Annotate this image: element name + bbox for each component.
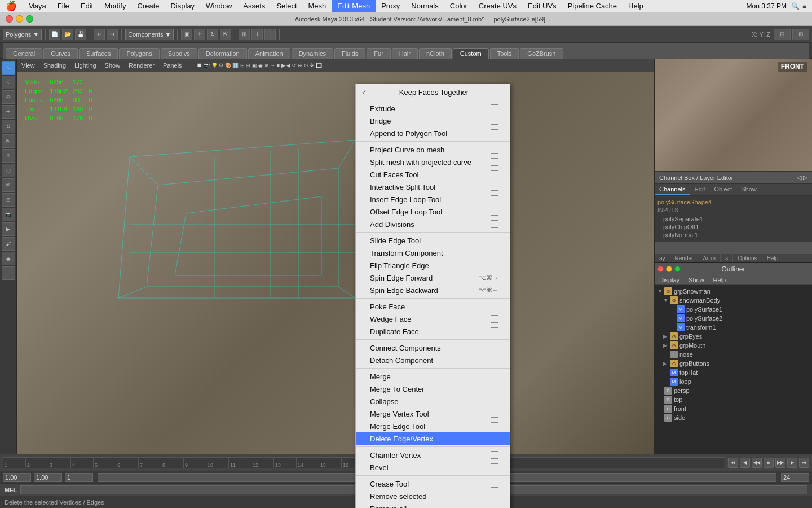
tab-polygons[interactable]: Polygons [119, 48, 159, 59]
transport-play-back[interactable]: ◀◀ [752, 458, 762, 468]
tab-custom[interactable]: Custom [453, 48, 489, 59]
viewport-menu-show[interactable]: Show [105, 62, 121, 69]
menu-bevel[interactable]: Bevel [356, 461, 510, 474]
menu-project-curve[interactable]: Project Curve on mesh [356, 143, 510, 156]
attr-tab-anim[interactable]: Anim [698, 254, 721, 262]
menu-merge-edge-tool[interactable]: Merge Edge Tool [356, 420, 510, 432]
menu-spin-edge-backward[interactable]: Spin Edge Backward ⌥⌘← [356, 284, 510, 296]
outliner-item-polysurface2[interactable]: M polySurface2 [656, 314, 810, 323]
ch-tab-channels[interactable]: Channels [655, 184, 690, 195]
outliner-item-transform1[interactable]: M transform1 [656, 323, 810, 332]
viewport-menu-shading[interactable]: Shading [43, 62, 66, 69]
menu-add-divisions[interactable]: Add Divisions [356, 218, 510, 230]
menu-item-create[interactable]: Create [131, 0, 165, 12]
menu-transform-component[interactable]: Transform Component [356, 247, 510, 259]
tool-scale[interactable]: ⇱ [2, 134, 15, 148]
components-dropdown[interactable]: Components ▼ [125, 29, 174, 40]
icon-snap-point[interactable]: · [264, 29, 276, 40]
outliner-item-grpbuttons[interactable]: ▶ G grpButtons [656, 359, 810, 368]
menu-wedge-face[interactable]: Wedge Face [356, 313, 510, 325]
transport-skip-fwd[interactable]: ⏭ [799, 458, 809, 468]
outliner-item-snowmanbody[interactable]: ▼ G snowmanBody [656, 296, 810, 305]
icon-layout[interactable]: ⊟ [774, 29, 791, 40]
transport-skip-back[interactable]: ⏮ [728, 458, 738, 468]
tab-general[interactable]: General [6, 48, 42, 59]
attr-tab-ay[interactable]: ay [655, 254, 670, 262]
tab-hair[interactable]: Hair [392, 48, 418, 59]
menu-merge-vertex-tool[interactable]: Merge Vertex Tool [356, 408, 510, 420]
menu-item-select[interactable]: Select [271, 0, 302, 12]
menu-item-file[interactable]: File [52, 0, 75, 12]
icon-rotate[interactable]: ↻ [207, 29, 218, 40]
outliner-item-grpmouth[interactable]: ▶ G grpMouth [656, 341, 810, 350]
ch-tab-show[interactable]: Show [736, 184, 761, 195]
menu-merge-to-center[interactable]: Merge To Center [356, 383, 510, 395]
tool-grid[interactable]: ⊞ [2, 193, 15, 207]
outliner-item-polysurface1[interactable]: M polySurface1 [656, 305, 810, 314]
menu-remove-selected[interactable]: Remove selected [356, 490, 510, 502]
search-icon[interactable]: 🔍 [791, 2, 800, 10]
viewport-menu-view[interactable]: View [21, 62, 35, 69]
close-button[interactable] [6, 15, 13, 23]
channel-box-left-icon[interactable]: ◁ [797, 174, 801, 181]
outliner-item-loop[interactable]: M loop [656, 377, 810, 386]
outliner-item-persp[interactable]: C persp [656, 386, 810, 395]
end-frame-field[interactable] [781, 473, 809, 482]
outliner-item-grpsnowman[interactable]: ▼ G grpSnowman [656, 287, 810, 296]
icon-open[interactable]: 📂 [62, 29, 73, 40]
channel-input-1[interactable]: polySeparate1 [657, 215, 809, 223]
tab-gozbrush[interactable]: GoZBrush [520, 48, 563, 59]
menu-extras-icon[interactable]: ≡ [802, 2, 806, 10]
outliner-menu-display[interactable]: Display [655, 275, 684, 284]
tool-paint[interactable]: ◎ [2, 90, 15, 104]
menu-split-mesh[interactable]: Split mesh with projected curve [356, 156, 510, 168]
tool-show[interactable]: 👁 [2, 178, 15, 192]
outliner-close-btn[interactable] [657, 266, 664, 272]
menu-item-help[interactable]: Help [623, 0, 649, 12]
menu-item-mesh[interactable]: Mesh [303, 0, 332, 12]
outliner-item-top[interactable]: C top [656, 395, 810, 404]
menu-chamfer-vertex[interactable]: Chamfer Vertex [356, 449, 510, 461]
menu-item-modify[interactable]: Modify [99, 0, 131, 12]
tab-deformation[interactable]: Deformation [198, 48, 247, 59]
tool-universal[interactable]: ⊕ [2, 149, 15, 163]
apple-menu[interactable]: 🍎 [0, 1, 23, 11]
menu-merge[interactable]: Merge [356, 370, 510, 383]
playback-start-field[interactable] [34, 473, 62, 482]
ch-tab-object[interactable]: Object [709, 184, 736, 195]
menu-detach-component[interactable]: Detach Component [356, 354, 510, 366]
viewport-menu-lighting[interactable]: Lighting [74, 62, 96, 69]
tool-move[interactable]: ✛ [2, 105, 15, 119]
menu-insert-edge-loop[interactable]: Insert Edge Loop Tool [356, 193, 510, 205]
outliner-item-nose[interactable]: · nose [656, 350, 810, 359]
menu-append-to-polygon[interactable]: Append to Polygon Tool [356, 127, 510, 139]
tab-dynamics[interactable]: Dynamics [292, 48, 333, 59]
menu-flip-triangle[interactable]: Flip Triangle Edge [356, 259, 510, 271]
transport-stop[interactable]: ■ [764, 458, 774, 468]
icon-snap-curve[interactable]: ⌇ [251, 29, 263, 40]
outliner-menu-show[interactable]: Show [684, 275, 709, 284]
menu-item-edit[interactable]: Edit [75, 0, 99, 12]
menu-offset-edge-loop[interactable]: Offset Edge Loop Tool [356, 205, 510, 218]
icon-new[interactable]: 📄 [49, 29, 60, 40]
menu-item-color[interactable]: Color [444, 0, 473, 12]
menu-cut-faces[interactable]: Cut Faces Tool [356, 168, 510, 181]
tab-curves[interactable]: Curves [43, 48, 78, 59]
attr-tab-render[interactable]: Render [670, 254, 699, 262]
menu-item-pipeline-cache[interactable]: Pipeline Cache [562, 0, 623, 12]
menu-collapse[interactable]: Collapse [356, 395, 510, 408]
viewport-menu-renderer[interactable]: Renderer [129, 62, 155, 69]
menu-item-normals[interactable]: Normals [405, 0, 444, 12]
menu-interactive-split[interactable]: Interactive Split Tool [356, 181, 510, 193]
menu-slide-edge[interactable]: Slide Edge Tool [356, 234, 510, 247]
menu-poke-face[interactable]: Poke Face [356, 300, 510, 313]
menu-extrude[interactable]: Extrude [356, 102, 510, 115]
tool-sculpt[interactable]: ◉ [2, 252, 15, 265]
menu-item-proxy[interactable]: Proxy [376, 0, 405, 12]
outliner-min-btn[interactable] [666, 266, 672, 272]
icon-move[interactable]: ✛ [194, 29, 205, 40]
tab-animation[interactable]: Animation [248, 48, 290, 59]
current-frame-field[interactable] [65, 473, 93, 482]
outliner-item-side[interactable]: C side [656, 413, 810, 422]
attr-tab-options[interactable]: Options [733, 254, 762, 262]
